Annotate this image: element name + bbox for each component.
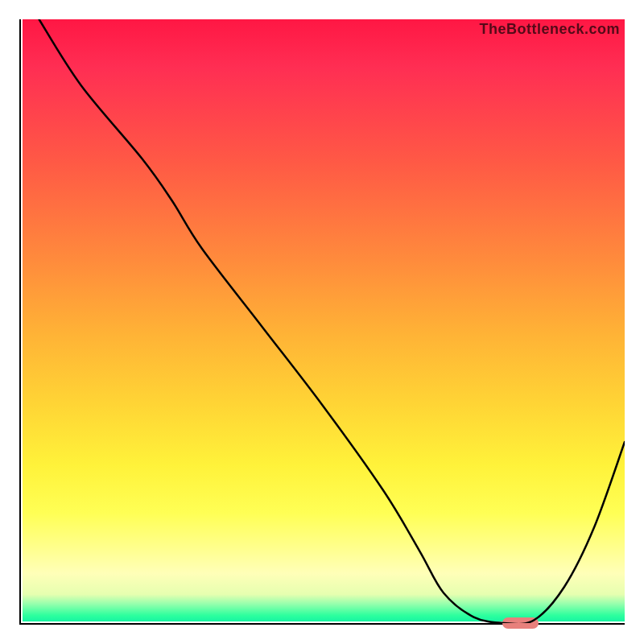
plot-area: TheBottleneck.com	[19, 19, 625, 625]
ylim: 0	[0, 0, 1, 1]
optimal-range-marker	[502, 617, 539, 629]
watermark-label: TheBottleneck.com	[479, 21, 620, 38]
xlim-max: 100	[0, 0, 1, 1]
xlim: 0	[0, 0, 1, 1]
chart-type: line	[0, 0, 1, 1]
gradient-background	[23, 19, 625, 621]
ylim-max: 100	[0, 0, 1, 1]
